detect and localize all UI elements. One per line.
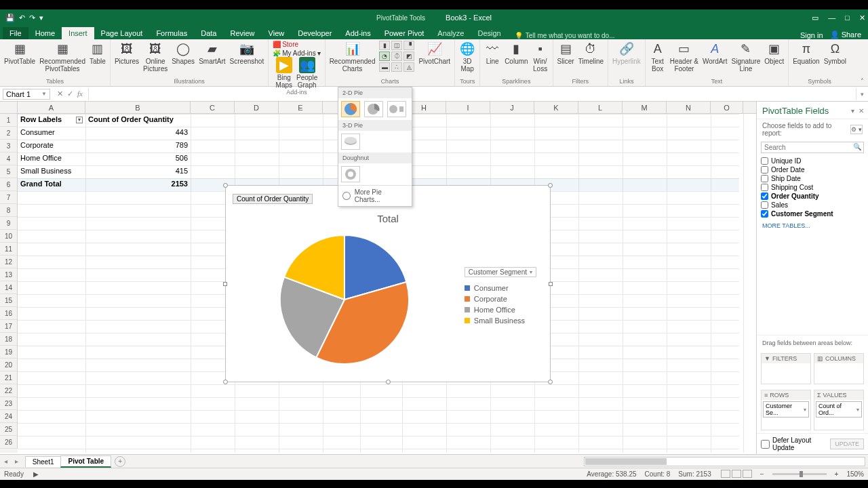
sparkline-winloss-button[interactable]: ▪Win/ Loss (532, 41, 549, 73)
pie-of-pie-option[interactable] (387, 101, 406, 117)
cell[interactable]: Row Labels (18, 114, 85, 125)
bing-maps-button[interactable]: ▶Bing Maps (276, 57, 292, 89)
zoom-slider[interactable] (772, 473, 827, 475)
smartart-button[interactable]: ▰SmartArt (199, 41, 225, 66)
row-header[interactable]: 1 (0, 114, 18, 127)
chart-hierarchy-icon[interactable]: ◫ (391, 41, 402, 50)
slicer-button[interactable]: ▤Slicer (557, 41, 574, 66)
chart-bar-icon[interactable]: ▬ (379, 62, 390, 72)
tab-view[interactable]: View (262, 27, 292, 39)
chart-statistic-icon[interactable]: ⏀ (391, 52, 402, 61)
formula-input[interactable] (88, 88, 856, 100)
pie-3d-option[interactable] (341, 134, 360, 150)
file-tab[interactable]: File (3, 27, 28, 39)
area-values[interactable]: ΣVALUESCount of Ord... (814, 390, 864, 430)
sparkline-column-button[interactable]: ▮Column (505, 41, 528, 66)
zoom-level[interactable]: 150% (846, 470, 864, 478)
row-header[interactable]: 17 (0, 320, 18, 333)
row-header[interactable]: 19 (0, 346, 18, 359)
table-button[interactable]: ▥Table (90, 41, 106, 66)
share-button[interactable]: 👤 Share (830, 30, 861, 39)
online-pictures-button[interactable]: 🖼Online Pictures (143, 41, 167, 73)
sparkline-line-button[interactable]: 〰Line (484, 41, 500, 66)
field-ship-date[interactable]: Ship Date (761, 174, 864, 183)
text-box-button[interactable]: AText Box (650, 41, 666, 73)
area-columns[interactable]: ▥COLUMNS (814, 353, 864, 384)
column-header[interactable]: K (534, 102, 578, 113)
object-button[interactable]: ▣Object (764, 41, 784, 66)
pivottable-button[interactable]: ▦PivotTable (4, 41, 35, 66)
column-header[interactable]: E (279, 102, 323, 113)
cell[interactable]: 443 (85, 127, 191, 138)
maximize-icon[interactable]: □ (845, 14, 850, 22)
column-header[interactable]: N (667, 102, 711, 113)
rows-chip-customer-segment[interactable]: Customer Se... (763, 401, 809, 418)
my-addins-button[interactable]: 🧩 My Add-ins ▾ (273, 49, 320, 57)
doughnut-option[interactable] (341, 166, 360, 182)
chart-pie-icon[interactable]: ◔ (379, 52, 390, 61)
chart-waterfall-icon[interactable]: ▝ (403, 41, 414, 50)
tab-page-layout[interactable]: Page Layout (94, 27, 150, 39)
chart-surface-icon[interactable]: ◬ (403, 62, 414, 72)
field-search-input[interactable] (761, 142, 864, 153)
area-rows[interactable]: ≡ROWSCustomer Se... (761, 390, 811, 430)
close-icon[interactable]: ✕ (859, 14, 865, 22)
row-header[interactable]: 12 (0, 256, 18, 268)
screenshot-button[interactable]: 📷Screenshot (230, 41, 264, 66)
area-filters[interactable]: ▼FILTERS (761, 353, 811, 384)
collapse-ribbon-icon[interactable]: ˄ (861, 77, 864, 85)
row-header[interactable]: 7 (0, 191, 18, 204)
undo-icon[interactable]: ↶ (19, 14, 25, 22)
tab-analyze[interactable]: Analyze (431, 27, 471, 39)
hyperlink-button[interactable]: 🔗Hyperlink (612, 41, 641, 66)
field-search[interactable]: 🔍 (761, 142, 864, 153)
field-order-date[interactable]: Order Date (761, 165, 864, 174)
enter-formula-icon[interactable]: ✓ (67, 89, 73, 98)
tab-data[interactable]: Data (194, 27, 223, 39)
chart-column-icon[interactable]: ▮ (379, 41, 390, 50)
column-header[interactable]: J (490, 102, 534, 113)
tab-formulas[interactable]: Formulas (149, 27, 194, 39)
row-header[interactable]: 2 (0, 127, 18, 140)
sheet-nav-icons[interactable]: ◂ ▸ (0, 458, 25, 465)
tell-me-box[interactable]: 💡Tell me what you want to do... (508, 32, 622, 39)
column-header[interactable]: O (711, 102, 743, 113)
cell[interactable]: 2153 (85, 178, 191, 189)
cell[interactable]: Home Office (18, 152, 85, 163)
pie-chart[interactable] (277, 232, 412, 367)
zoom-in-icon[interactable]: + (835, 470, 839, 478)
values-chip-count-order-qty[interactable]: Count of Ord... (816, 401, 862, 418)
legend-item[interactable]: Home Office (465, 306, 536, 314)
equation-button[interactable]: πEquation (793, 41, 819, 66)
ribbon-options-icon[interactable]: ▭ (812, 14, 818, 22)
row-header[interactable]: 15 (0, 294, 18, 307)
header-footer-button[interactable]: ▭Header & Footer (670, 41, 698, 73)
row-header[interactable]: 13 (0, 268, 18, 281)
row-header[interactable]: 10 (0, 230, 18, 243)
row-header[interactable]: 11 (0, 243, 18, 256)
row-header[interactable]: 8 (0, 204, 18, 217)
pane-close-icon[interactable]: ✕ (859, 107, 864, 115)
save-icon[interactable]: 💾 (5, 14, 15, 22)
symbol-button[interactable]: ΩSymbol (824, 41, 846, 66)
tab-power-pivot[interactable]: Power Pivot (378, 27, 431, 39)
row-header[interactable]: 14 (0, 281, 18, 294)
signature-line-button[interactable]: ✎Signature Line (731, 41, 760, 73)
pivot-chart-object[interactable]: Count of Order Quantity Total Customer S… (225, 185, 551, 382)
column-header[interactable]: M (623, 102, 667, 113)
cell[interactable]: Corporate (18, 140, 85, 150)
pane-dropdown-icon[interactable]: ▾ (851, 107, 854, 115)
tab-review[interactable]: Review (223, 27, 261, 39)
name-box[interactable]: Chart 1▼ (3, 89, 50, 100)
column-header[interactable]: L (578, 102, 623, 113)
3d-map-button[interactable]: 🌐3D Map (459, 41, 475, 73)
minimize-icon[interactable]: ― (828, 14, 835, 22)
row-header[interactable]: 24 (0, 410, 18, 423)
pane-layout-gear-icon[interactable]: ⚙ ▾ (850, 125, 863, 134)
field-shipping-cost[interactable]: Shipping Cost (761, 183, 864, 192)
cell[interactable]: Count of Order Quantity (85, 114, 191, 125)
cell[interactable]: Consumer (18, 127, 85, 138)
chart-combo-icon[interactable]: ◩ (403, 52, 414, 61)
new-sheet-button[interactable]: + (115, 456, 125, 467)
cell[interactable]: Small Business (18, 165, 85, 176)
